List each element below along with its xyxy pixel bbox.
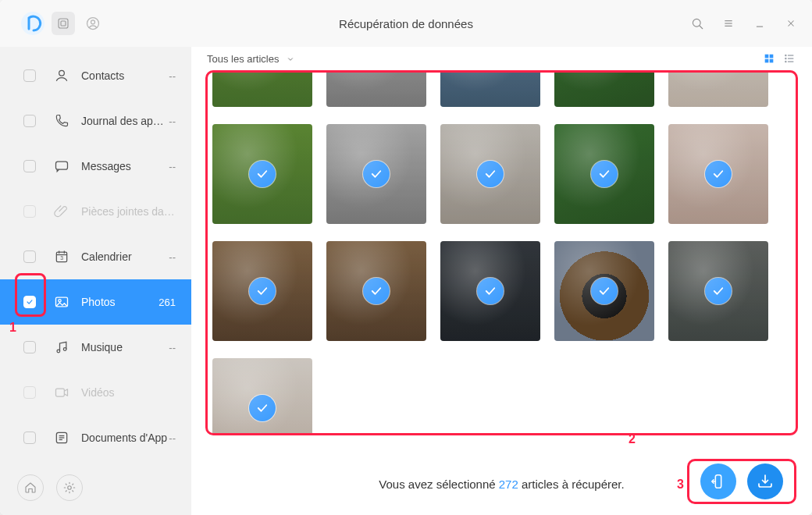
sidebar-checkbox[interactable]: [23, 341, 36, 353]
selected-check-icon: [363, 278, 390, 304]
bottom-bar: Vous avez sélectionné 272 articles à réc…: [191, 453, 812, 515]
svg-rect-40: [715, 475, 721, 488]
sidebar-item-label: Journal des appels: [81, 115, 169, 127]
close-icon[interactable]: [782, 15, 800, 32]
selection-summary-prefix: Vous avez sélectionné: [379, 478, 498, 491]
svg-rect-14: [56, 162, 68, 169]
sidebar-item-count: --: [169, 432, 176, 444]
sidebar-item-label: Pièces jointes da…: [81, 205, 176, 218]
sidebar-footer: [0, 460, 191, 515]
svg-text:3: 3: [60, 255, 63, 261]
sidebar-item-label: Documents d'App: [81, 432, 169, 444]
filter-label: Tous les articles: [207, 53, 279, 65]
chevron-down-icon: [287, 55, 294, 63]
selected-check-icon: [705, 161, 732, 187]
contact-icon: [53, 67, 70, 84]
svg-point-4: [91, 20, 95, 24]
svg-point-34: [785, 55, 786, 56]
app-window: Récupération de données Contacts--Journa…: [0, 0, 812, 515]
recover-to-computer-button[interactable]: [747, 464, 783, 499]
selected-check-icon: [249, 278, 276, 304]
phonerescue-logo-icon: [20, 11, 45, 36]
selected-check-icon: [249, 395, 276, 421]
chat-icon: [53, 158, 70, 175]
photo-thumb[interactable]: [554, 241, 654, 341]
sidebar-item-cal[interactable]: 3Calendrier--: [0, 234, 191, 279]
minimize-icon[interactable]: [751, 15, 768, 32]
svg-point-36: [785, 61, 786, 62]
sidebar-item-count: --: [169, 342, 176, 353]
recover-to-device-button[interactable]: [700, 464, 736, 499]
sidebar-item-label: Messages: [81, 160, 169, 172]
sidebar-checkbox[interactable]: [23, 115, 36, 127]
photo-thumb[interactable]: [668, 124, 768, 224]
svg-rect-33: [770, 59, 774, 63]
sidebar-item-phone[interactable]: Journal des appels--: [0, 98, 191, 144]
photo-thumb[interactable]: [440, 241, 540, 341]
sidebar-checkbox[interactable]: [23, 69, 36, 82]
video-icon: [53, 384, 70, 401]
selected-check-icon: [705, 278, 732, 304]
sidebar-item-count: --: [169, 115, 176, 127]
photo-thumb[interactable]: [326, 241, 426, 341]
selected-check-icon: [363, 161, 390, 187]
sidebar-item-contact[interactable]: Contacts--: [0, 53, 191, 98]
search-icon[interactable]: [689, 15, 706, 32]
filter-dropdown[interactable]: Tous les articles: [207, 53, 294, 65]
photo-thumb[interactable]: [212, 70, 312, 107]
selection-summary: Vous avez sélectionné 272 articles à réc…: [379, 478, 624, 491]
photo-thumb[interactable]: [212, 124, 312, 224]
sidebar-checkbox[interactable]: [23, 160, 36, 172]
menu-icon[interactable]: [720, 15, 737, 32]
photo-thumb[interactable]: [326, 70, 426, 107]
top-bar: Récupération de données: [0, 0, 812, 47]
recover-actions-highlight: [687, 459, 796, 504]
selected-check-icon: [477, 278, 504, 304]
sidebar-item-music[interactable]: Musique--: [0, 325, 191, 370]
doc-icon: [53, 429, 70, 446]
svg-rect-24: [56, 389, 65, 396]
settings-icon[interactable]: [56, 474, 83, 501]
sidebar-item-label: Vidéos: [81, 386, 176, 399]
photo-grid[interactable]: [212, 70, 791, 435]
sidebar-item-photo[interactable]: Photos261: [0, 279, 191, 325]
photo-thumb[interactable]: [212, 241, 312, 341]
svg-point-22: [57, 350, 60, 353]
account-icon[interactable]: [81, 12, 105, 35]
view-grid-icon[interactable]: [762, 52, 776, 66]
sidebar-item-label: Photos: [81, 296, 158, 308]
sidebar-checkbox[interactable]: [23, 296, 36, 308]
main-panel: Tous les articles 2 3 Vous avez sélecti: [191, 47, 812, 515]
photo-thumb[interactable]: [326, 124, 426, 224]
devices-icon[interactable]: [52, 12, 75, 35]
sidebar-item-clip: Pièces jointes da…: [0, 189, 191, 234]
svg-point-35: [785, 58, 786, 59]
selected-check-icon: [249, 161, 276, 187]
sidebar-checkbox[interactable]: [23, 432, 36, 444]
phone-icon: [53, 112, 70, 130]
svg-line-6: [700, 26, 703, 29]
sidebar-item-count: --: [169, 161, 176, 172]
window-controls: [689, 15, 803, 32]
svg-rect-2: [61, 21, 66, 26]
selection-summary-suffix: articles à récupérer.: [518, 478, 625, 491]
music-icon: [53, 339, 70, 356]
photo-thumb[interactable]: [668, 70, 768, 107]
photo-thumb[interactable]: [440, 124, 540, 224]
svg-rect-32: [765, 59, 769, 63]
photo-thumb[interactable]: [554, 70, 654, 107]
svg-point-23: [63, 348, 66, 351]
photo-thumb[interactable]: [212, 358, 312, 435]
selected-check-icon: [477, 161, 504, 187]
cal-icon: 3: [53, 248, 70, 265]
sidebar-item-chat[interactable]: Messages--: [0, 144, 191, 189]
photo-thumb[interactable]: [554, 124, 654, 224]
filter-bar: Tous les articles: [191, 47, 812, 70]
photo-thumb[interactable]: [668, 241, 768, 341]
view-list-icon[interactable]: [782, 52, 796, 66]
sidebar-item-doc[interactable]: Documents d'App--: [0, 415, 191, 460]
photo-thumb[interactable]: [440, 70, 540, 107]
home-icon[interactable]: [17, 474, 44, 501]
sidebar-checkbox[interactable]: [23, 250, 36, 263]
selected-check-icon: [591, 161, 618, 187]
